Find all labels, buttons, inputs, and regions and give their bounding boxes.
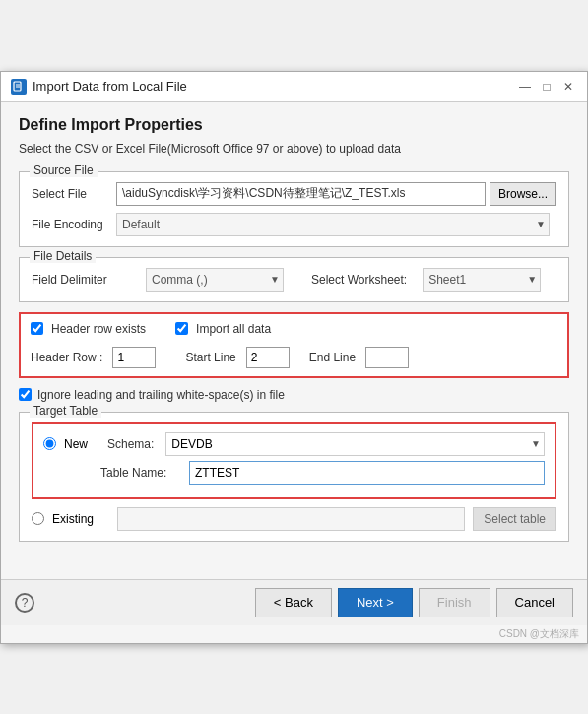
encoding-label: File Encoding [32, 218, 110, 231]
content-area: Define Import Properties Select the CSV … [1, 102, 587, 579]
encoding-select[interactable]: Default [116, 213, 550, 236]
watermark: CSDN @文档深库 [1, 625, 587, 643]
title-bar-left: Import Data from Local File [11, 79, 187, 95]
start-line-label: Start Line [185, 351, 235, 364]
source-file-label: Source File [30, 163, 98, 177]
existing-table-input[interactable] [117, 507, 465, 531]
ignore-whitespace-checkbox[interactable] [19, 388, 32, 401]
target-table-label: Target Table [30, 404, 101, 418]
existing-radio[interactable] [32, 512, 44, 525]
new-schema-box: New Schema: DEVDB ▼ Table Name: [32, 422, 556, 499]
file-details-row: Field Delimiter Comma (,) ▼ Select Works… [32, 268, 556, 292]
ignore-whitespace-label: Ignore leading and trailing white-space(… [37, 388, 285, 402]
data-options-section: Header row exists Import all data Header… [19, 312, 569, 378]
import-all-checkbox-row: Import all data [175, 322, 271, 336]
header-row-input[interactable] [112, 347, 156, 368]
window-title: Import Data from Local File [33, 79, 187, 94]
encoding-row: File Encoding Default ▼ [32, 213, 556, 236]
finish-button[interactable]: Finish [419, 588, 490, 617]
main-window: Import Data from Local File — □ ✕ Define… [0, 71, 588, 644]
help-button[interactable]: ? [15, 593, 34, 613]
start-line-input[interactable] [246, 347, 290, 368]
page-title: Define Import Properties [19, 116, 569, 134]
import-all-label: Import all data [196, 322, 271, 336]
source-file-section: Source File Select File Browse... File E… [19, 171, 569, 247]
delimiter-label: Field Delimiter [32, 273, 130, 287]
existing-label: Existing [52, 512, 109, 526]
header-fields-row: Header Row : Start Line End Line [31, 347, 557, 368]
title-bar: Import Data from Local File — □ ✕ [1, 72, 587, 102]
back-button[interactable]: < Back [255, 588, 332, 617]
ignore-whitespace-row: Ignore leading and trailing white-space(… [19, 388, 569, 402]
select-table-button[interactable]: Select table [473, 507, 556, 531]
end-line-label: End Line [309, 351, 356, 364]
table-name-row: Table Name: [43, 461, 545, 485]
header-row-checkbox[interactable] [31, 322, 43, 335]
import-all-checkbox[interactable] [175, 322, 188, 335]
checkboxes-row: Header row exists Import all data [31, 322, 557, 341]
select-file-row: Select File Browse... [32, 182, 556, 206]
table-name-input[interactable] [189, 461, 545, 485]
header-row-checkbox-row: Header row exists [31, 322, 146, 336]
schema-select-wrapper: DEVDB ▼ [165, 432, 545, 456]
schema-select[interactable]: DEVDB [165, 432, 545, 456]
file-path-input[interactable] [116, 182, 486, 206]
worksheet-label: Select Worksheet: [311, 273, 407, 287]
footer: ? < Back Next > Finish Cancel [1, 579, 587, 625]
table-name-label: Table Name: [100, 466, 177, 480]
new-label: New [64, 437, 99, 451]
title-controls: — □ ✕ [516, 78, 577, 96]
import-icon [11, 79, 27, 95]
new-radio[interactable] [43, 437, 56, 450]
next-button[interactable]: Next > [338, 588, 413, 617]
browse-button[interactable]: Browse... [490, 182, 556, 206]
schema-label: Schema: [107, 437, 154, 451]
delimiter-select[interactable]: Comma (,) [146, 268, 284, 292]
close-button[interactable]: ✕ [559, 78, 577, 96]
header-row-number-label: Header Row : [31, 351, 102, 364]
delimiter-select-wrapper: Comma (,) ▼ [146, 268, 284, 292]
target-table-section: Target Table New Schema: DEVDB ▼ [19, 412, 569, 542]
maximize-button[interactable]: □ [538, 78, 555, 96]
file-details-label: File Details [30, 249, 96, 263]
worksheet-select[interactable]: Sheet1 [423, 268, 541, 292]
minimize-button[interactable]: — [516, 78, 534, 96]
existing-row: Existing Select table [32, 507, 556, 531]
end-line-input[interactable] [365, 347, 409, 368]
new-schema-row: New Schema: DEVDB ▼ [43, 432, 545, 456]
page-description: Select the CSV or Excel File(Microsoft O… [19, 140, 569, 158]
worksheet-select-wrapper: Sheet1 ▼ [423, 268, 541, 292]
encoding-select-wrapper: Default ▼ [116, 213, 550, 236]
footer-buttons: < Back Next > Finish Cancel [255, 588, 573, 617]
select-file-label: Select File [32, 187, 110, 201]
file-input-row: Browse... [116, 182, 556, 206]
header-row-label: Header row exists [51, 322, 146, 336]
file-details-section: File Details Field Delimiter Comma (,) ▼… [19, 257, 569, 302]
cancel-button[interactable]: Cancel [496, 588, 573, 617]
